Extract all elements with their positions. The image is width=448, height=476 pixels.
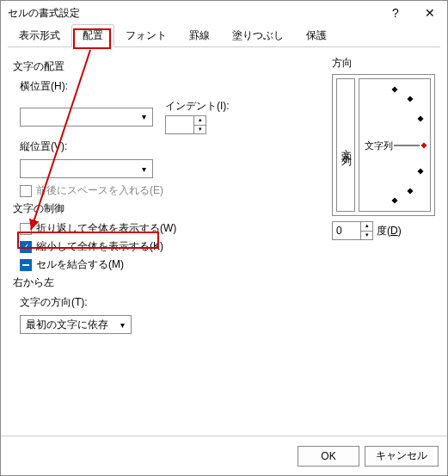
vert-select[interactable]: ▾ — [20, 159, 153, 178]
horiz-select[interactable]: ▾ — [20, 108, 153, 127]
vert-label: 縦位置(V): — [20, 140, 67, 152]
chevron-down-icon: ▾ — [137, 164, 150, 174]
direction-select[interactable]: 最初の文字に依存 ▾ — [20, 315, 132, 334]
ok-button[interactable]: OK — [298, 446, 359, 467]
indent-spinner[interactable]: ▴ ▾ — [165, 115, 206, 134]
degree-input[interactable] — [333, 225, 360, 237]
tab-fill[interactable]: 塗りつぶし — [221, 24, 295, 46]
distributed-label: 前後にスペースを入れる(E) — [36, 183, 163, 198]
wrap-checkbox[interactable] — [20, 223, 32, 235]
spinner-up-icon[interactable]: ▴ — [360, 222, 372, 231]
help-icon[interactable]: ? — [378, 1, 413, 25]
spinner-up-icon[interactable]: ▴ — [193, 116, 206, 125]
horiz-label: 横位置(H): — [20, 80, 68, 92]
orientation-dial[interactable]: 文字列 — [359, 78, 431, 212]
wrap-label: 折り返して全体を表示する(W) — [36, 221, 176, 236]
indent-label: インデント(I): — [165, 99, 230, 114]
degree-label: 度(D) — [377, 224, 402, 238]
chevron-down-icon: ▾ — [137, 112, 150, 121]
orientation-group-title: 方向 — [332, 56, 435, 71]
rtl-group-title: 右から左 — [13, 275, 323, 290]
direction-label: 文字の方向(T): — [20, 296, 88, 308]
shrink-checkbox[interactable]: ✓ — [20, 241, 32, 253]
tab-alignment[interactable]: 配置 — [71, 24, 114, 47]
shrink-label: 縮小して全体を表示する(K) — [36, 239, 163, 254]
chevron-down-icon: ▾ — [115, 320, 129, 330]
degree-spinner[interactable]: ▴ ▾ — [332, 221, 373, 240]
merge-label: セルを結合する(M) — [36, 257, 124, 272]
window-title: セルの書式設定 — [8, 6, 378, 21]
text-align-group-title: 文字の配置 — [13, 59, 323, 74]
tab-font[interactable]: フォント — [114, 24, 178, 46]
distributed-checkbox[interactable] — [20, 185, 32, 197]
indent-input[interactable] — [166, 119, 193, 131]
spinner-down-icon[interactable]: ▾ — [193, 125, 206, 133]
dial-text: 文字列 — [365, 139, 393, 151]
vertical-text-button[interactable]: 文字列 — [336, 78, 355, 212]
orientation-box: 文字列 文字列 — [332, 74, 435, 216]
close-icon[interactable]: ✕ — [413, 1, 447, 25]
tab-number[interactable]: 表示形式 — [8, 24, 71, 46]
text-control-group-title: 文字の制御 — [13, 201, 323, 216]
spinner-down-icon[interactable]: ▾ — [360, 231, 372, 239]
tab-border[interactable]: 罫線 — [178, 24, 221, 46]
merge-checkbox[interactable] — [20, 259, 32, 271]
tab-protection[interactable]: 保護 — [295, 24, 338, 46]
direction-select-value: 最初の文字に依存 — [22, 318, 115, 332]
vertical-text-label: 文字列 — [339, 140, 353, 151]
cancel-button[interactable]: キャンセル — [365, 446, 439, 467]
